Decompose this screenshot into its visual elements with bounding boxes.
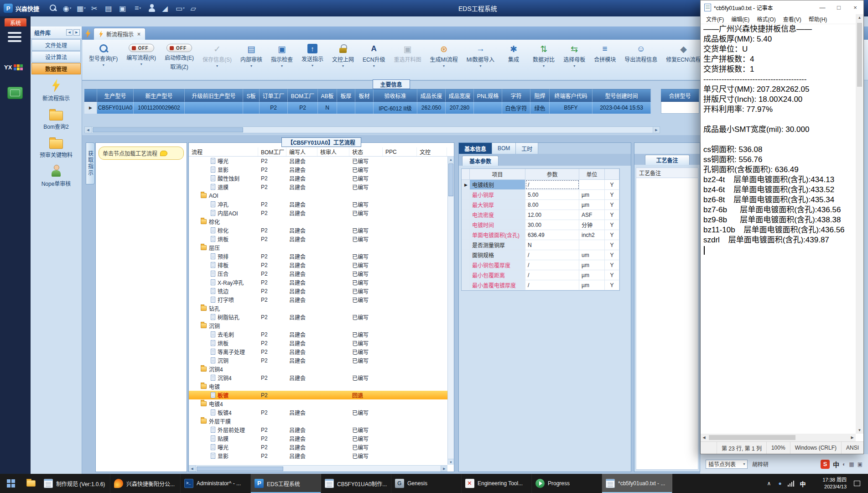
taskbar-item-progress[interactable]: Progress [532,474,602,493]
data-cell[interactable] [474,102,502,114]
data-cell[interactable]: 262.050 [417,102,446,114]
process-row[interactable]: 沉铜 P2 吕建会 已编写 [189,356,454,365]
process-row[interactable]: 外层前处理 P2 吕建会 已编写 [189,425,454,434]
scrollbar-thumb[interactable] [93,127,243,132]
column-header[interactable]: 参数 [525,169,579,179]
最小铜包覆厚度[interactable]: ▶ 最小铜包覆厚度 / µm Y [462,260,619,270]
notepad-titlebar[interactable]: *cb5fy01ua0.txt - 记事本 — □ × [701,0,863,14]
scroll-right-icon[interactable]: ▶ [849,435,856,440]
单面电镀面积(含孔)[interactable]: ▶ 单面电镀面积(含孔) 636.49 inch2 Y [462,230,619,240]
data-cell[interactable]: IPC-6012 II级 [374,102,417,114]
model-query-button[interactable]: 型号查询(F) ▾ [87,43,120,68]
process-row[interactable]: 烘板 P2 吕建会 已编写 [189,235,454,243]
sidebar-item-bom-query[interactable]: Bom查询2 [31,105,82,133]
process-row[interactable]: 显影 P2 吕建会 已编写 [189,165,454,174]
main-info-hscrollbar[interactable]: ◀ ▶ [84,126,660,133]
taskbar-item-engtool[interactable]: Engineering Tool... [462,474,532,493]
chevron-down-icon[interactable]: ▾ [103,63,104,67]
side-collapse-tab[interactable]: 获取指示 [86,142,95,184]
process-flow-hscrollbar[interactable]: ◀ ▶ [189,465,447,472]
tray-expand-icon[interactable]: ∧ [764,480,774,487]
process-flow-vscrollbar[interactable]: ▲ ▼ [447,157,454,465]
process-row[interactable]: 棕化 [189,217,454,226]
tray-app-icon[interactable]: ● [774,480,785,487]
process-row[interactable]: 电镀4 [189,399,454,408]
process-row[interactable]: X-Ray冲孔 P2 吕建会 已编写 [189,278,454,287]
taskbar-item-genesis[interactable]: Genesis [391,474,462,493]
repair-ecn-flow-button[interactable]: ◆ 修复ECN\流程 ▾ [664,43,703,69]
scroll-right-icon[interactable]: ▶ [653,127,660,133]
machine-module-icon[interactable] [7,87,23,99]
scroll-down-icon[interactable]: ▼ [858,427,862,434]
node-list-combobox[interactable]: 插节点列表 ▼ [706,460,748,469]
yx-module-icon[interactable]: YX [4,64,23,71]
sidebar-category-button[interactable]: 文件处理 [31,39,81,51]
process-row[interactable]: 排板 P2 吕建会 已编写 [189,261,454,269]
电镀线别[interactable]: ▶ 电镀线别 / Y [462,180,619,190]
main-info-data-row[interactable]: ▶ CB5FY01UA010011200029602P2P2NIPC-6012 … [84,102,651,114]
zoom-level[interactable]: 100% [766,442,790,454]
export-flow-info-button[interactable]: ☺ 导出流程信息 ▾ [622,43,660,69]
process-row[interactable]: 贴膜 P2 吕建会 已编写 [189,434,454,443]
ime-indicator[interactable]: 中 [796,479,809,488]
search-icon[interactable]: ▾ [47,2,59,14]
collapse-right-icon[interactable]: ▶ [73,29,80,36]
sidebar-item-nope-audit[interactable]: Nope单审核 [31,161,82,190]
最小包覆距离[interactable]: ▶ 最小包覆距离 / µm Y [462,270,619,280]
tray-clock[interactable]: 17:38 周四 2023/4/13 [809,477,849,491]
process-row[interactable]: 铣边 P2 吕建会 已编写 [189,287,454,295]
data-cell[interactable]: N [318,102,337,114]
reselect-cut-image-button[interactable]: ▣ 重选开料图 ▾ [391,43,423,69]
grid-icon[interactable]: ▤ ▾ [103,2,116,14]
system-tab[interactable]: 系统 [5,18,26,26]
chevron-down-icon[interactable]: ▾ [84,6,86,10]
collapse-left-icon[interactable]: ◀ [66,29,73,36]
column-header[interactable]: 流程 [189,147,258,156]
column-header[interactable]: 升级前旧生产型号 [185,89,243,102]
process-row[interactable]: 曝光 P2 吕建会 已编写 [189,157,454,165]
process-row[interactable]: 沉铜4 [189,365,454,373]
instruction-check-button[interactable]: ▣ 指示检查 ▾ [269,43,295,69]
data-cell[interactable] [355,102,374,114]
chevron-down-icon[interactable]: ▾ [216,64,218,68]
window-icon[interactable]: ▭ ▾ [174,2,187,14]
taskbar-item-spec[interactable]: 制作规范 (Ver:1.0.6) [40,474,110,493]
sidebar-item-new-flow[interactable]: 新流程指示 [31,75,82,105]
data-cell[interactable]: B5FY [550,102,593,114]
chevron-down-icon[interactable]: ▾ [342,64,344,68]
sidebar-category-button[interactable]: 数据管理 [31,63,81,74]
process-row[interactable]: 冲孔 P2 吕建会 已编写 [189,200,454,209]
data-cell[interactable] [185,102,243,114]
parameter-tab[interactable]: BOM [492,143,516,154]
data-compare-button[interactable]: ⇅ 数据对比 ▾ [530,43,557,69]
tab-basic-params[interactable]: 基本参数 [462,156,499,166]
process-row[interactable]: 打字喷 P2 吕建会 已编写 [189,295,454,304]
ribbon-icon[interactable]: ▱ ▾ [188,2,201,14]
是否测量铜厚[interactable]: ▶ 是否测量铜厚 N Y [462,240,619,250]
column-header[interactable]: 编写人 [286,147,317,156]
scroll-up-icon[interactable]: ▲ [858,14,862,21]
process-row[interactable]: 棕化 P2 吕建会 已编写 [189,226,454,235]
scrollbar-thumb[interactable] [197,467,283,471]
tab-process-notes[interactable]: 工艺备注 [645,155,690,165]
column-header[interactable]: 板材 [355,89,374,102]
chevron-down-icon[interactable]: ▾ [573,64,575,68]
internal-audit-button[interactable]: ▤ 内部审核 ▾ [238,43,265,69]
column-header[interactable]: BOM工厂 [258,147,286,156]
notepad-hscrollbar[interactable]: ◀ ▶ [701,434,856,441]
column-header[interactable]: 单位 [579,169,605,179]
process-row[interactable]: 等离子处理 P2 吕建会 已编写 [189,347,454,356]
data-cell[interactable] [337,102,355,114]
data-cell[interactable]: P2 [288,102,318,114]
sidebar-item-key-material[interactable]: 预审关键物料 [31,133,82,161]
notepad-vscrollbar[interactable]: ▲ ▼ [856,14,863,434]
scroll-left-icon[interactable]: ◀ [189,466,196,472]
column-header[interactable]: 生产型号 [97,89,134,102]
maximize-button[interactable]: □ [831,0,847,14]
parameter-tab[interactable]: 基本信息 [459,143,492,154]
process-row[interactable]: 酸性蚀刻 P2 吕建会 已编写 [189,174,454,183]
最小盖覆电镀厚度[interactable]: ▶ 最小盖覆电镀厚度 / µm Y [462,280,619,290]
chevron-down-icon[interactable]: ▾ [139,6,141,10]
电镀时间[interactable]: ▶ 电镀时间 30.00 分钟 Y [462,220,619,230]
globe-icon[interactable]: ◉ ▾ [61,2,73,14]
